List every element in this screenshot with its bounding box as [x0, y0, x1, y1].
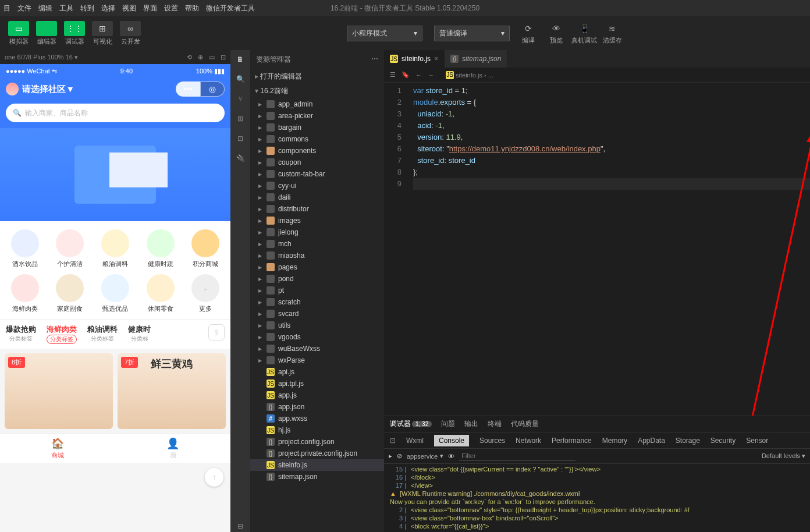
- category-tab[interactable]: 健康时分类标: [128, 324, 151, 344]
- location-selector[interactable]: 请选择社区 ▾: [22, 84, 73, 95]
- category-item[interactable]: 休闲零食: [139, 274, 182, 313]
- file-tree-item[interactable]: JSapp.js: [250, 389, 384, 401]
- bookmark-icon[interactable]: 🔖: [402, 71, 410, 79]
- inspect-icon[interactable]: ⊡: [390, 437, 396, 445]
- category-item[interactable]: 个护清洁: [49, 229, 92, 268]
- menu-item[interactable]: 视图: [122, 3, 136, 13]
- file-tree-item[interactable]: wxParse: [250, 354, 384, 366]
- toolbar-button[interactable]: 👁预览: [543, 22, 569, 45]
- search-panel-icon[interactable]: 🔍: [235, 73, 246, 85]
- category-tab[interactable]: 海鲜肉类分类标签: [47, 324, 77, 344]
- mode-select[interactable]: 小程序模式▾: [347, 26, 422, 41]
- menu-item[interactable]: 编辑: [38, 3, 52, 13]
- toolbar-button[interactable]: ⋮⋮调试器: [62, 21, 87, 46]
- file-tree-item[interactable]: distributor: [250, 203, 384, 215]
- product-card[interactable]: 7折鲜三黄鸡: [118, 353, 226, 429]
- sim-refresh-icon[interactable]: ⟲: [187, 54, 192, 61]
- file-tree-item[interactable]: JSapi.js: [250, 366, 384, 378]
- menu-item[interactable]: 转到: [80, 3, 94, 13]
- devtools-subtab[interactable]: Security: [710, 437, 736, 445]
- code-editor[interactable]: 123456789 var store_id = 1; module.expor…: [384, 83, 810, 416]
- file-tree-item[interactable]: custom-tab-bar: [250, 168, 384, 180]
- menu-item[interactable]: 帮助: [185, 3, 199, 13]
- menu-item[interactable]: 工具: [59, 3, 73, 13]
- outline-icon[interactable]: ☰: [390, 71, 396, 79]
- category-tab[interactable]: 粮油调料分类标签: [87, 324, 118, 344]
- devtools-tab[interactable]: 代码质量: [511, 419, 539, 429]
- file-tree-item[interactable]: svcard: [250, 308, 384, 320]
- context-selector[interactable]: appservice ▾: [407, 452, 443, 460]
- nav-item[interactable]: 👤我: [115, 434, 230, 463]
- menu-item[interactable]: 微信开发者工具: [206, 3, 255, 13]
- file-tree-item[interactable]: JSapi.tpl.js: [250, 378, 384, 389]
- toolbar-button[interactable]: ▭模拟器: [6, 21, 31, 46]
- banner[interactable]: [0, 128, 230, 221]
- devtools-tab[interactable]: 输出: [464, 419, 478, 429]
- file-tree-item[interactable]: miaosha: [250, 250, 384, 261]
- category-tab[interactable]: 爆款抢购分类标签: [6, 324, 36, 344]
- share-icon[interactable]: ⇪: [208, 324, 225, 341]
- collapse-icon[interactable]: ⊟: [235, 520, 246, 532]
- explorer-icon[interactable]: 🗎: [235, 54, 246, 65]
- devtools-subtab[interactable]: Console: [434, 435, 469, 446]
- file-tree-item[interactable]: {}project.config.json: [250, 436, 384, 448]
- category-item[interactable]: 海鲜肉类: [3, 274, 47, 313]
- toolbar-button[interactable]: ≋清缓存: [599, 22, 625, 45]
- file-tree-item[interactable]: mch: [250, 238, 384, 250]
- menu-item[interactable]: 选择: [101, 3, 115, 13]
- devtools-tab[interactable]: 终端: [488, 419, 502, 429]
- file-tree-item[interactable]: daili: [250, 191, 384, 203]
- file-tree-item[interactable]: images: [250, 215, 384, 226]
- category-item[interactable]: ⌄更多: [184, 274, 227, 313]
- toolbar-button[interactable]: 编辑器: [34, 21, 59, 46]
- devtools-subtab[interactable]: Performance: [552, 437, 592, 445]
- eye-icon[interactable]: 👁: [448, 453, 454, 460]
- file-tree-item[interactable]: JSsiteinfo.js: [250, 459, 384, 471]
- sim-more-icon[interactable]: ⊡: [221, 54, 226, 61]
- file-tree-item[interactable]: area-picker: [250, 110, 384, 122]
- file-tree-item[interactable]: coupon: [250, 157, 384, 168]
- back-to-top-icon[interactable]: ↑: [205, 468, 223, 487]
- devtools-subtab[interactable]: Storage: [676, 437, 700, 445]
- category-item[interactable]: 积分商城: [184, 229, 227, 268]
- category-item[interactable]: 健康时蔬: [139, 229, 182, 268]
- file-tree-item[interactable]: app_admin: [250, 98, 384, 110]
- editor-tab[interactable]: JSsiteinfo.js×: [384, 50, 445, 68]
- file-tree-item[interactable]: pond: [250, 273, 384, 285]
- devtools-subtab[interactable]: Wxml: [406, 437, 424, 445]
- capsule-menu-icon[interactable]: •••: [176, 81, 200, 97]
- devtools-subtab[interactable]: AppData: [638, 437, 665, 445]
- devtools-tab[interactable]: 问题: [441, 419, 455, 429]
- file-tree-item[interactable]: scratch: [250, 296, 384, 308]
- category-item[interactable]: 粮油调料: [94, 229, 137, 268]
- file-tree-item[interactable]: cyy-ui: [250, 180, 384, 191]
- back-icon[interactable]: ←: [415, 72, 422, 79]
- more-icon[interactable]: ⋯: [371, 55, 378, 65]
- toolbar-button[interactable]: 📱真机调试: [571, 22, 597, 45]
- file-tree-item[interactable]: JShj.js: [250, 424, 384, 436]
- console-filter[interactable]: [459, 451, 575, 461]
- file-tree-item[interactable]: commons: [250, 133, 384, 145]
- file-tree-item[interactable]: {}app.json: [250, 401, 384, 413]
- menu-item[interactable]: 界面: [143, 3, 157, 13]
- file-tree-item[interactable]: vgoods: [250, 331, 384, 343]
- console-output[interactable]: 15 | <view class="dot {{swiperCurrent ==…: [384, 464, 810, 532]
- file-tree-item[interactable]: pages: [250, 261, 384, 273]
- device-selector[interactable]: one 6/7/8 Plus 100% 16 ▾: [5, 54, 78, 61]
- file-tree-item[interactable]: utils: [250, 320, 384, 331]
- devtools-subtab[interactable]: Sources: [479, 437, 505, 445]
- devtools-subtab[interactable]: Memory: [602, 437, 627, 445]
- search-input[interactable]: 🔍 输入商家、商品名称: [6, 104, 225, 122]
- toolbar-button[interactable]: ∞云开发: [118, 21, 143, 46]
- forward-icon[interactable]: →: [428, 72, 434, 79]
- project-root[interactable]: 16.2前端: [250, 84, 384, 98]
- category-item[interactable]: 家庭副食: [49, 274, 92, 313]
- clear-console-icon[interactable]: ⊘: [397, 452, 402, 460]
- toolbar-button[interactable]: ⊞可视化: [90, 21, 115, 46]
- file-tree-item[interactable]: #app.wxss: [250, 413, 384, 424]
- sim-device-icon[interactable]: ▭: [209, 54, 215, 61]
- product-card[interactable]: 8折: [5, 353, 113, 429]
- file-tree-item[interactable]: jielong: [250, 226, 384, 238]
- toolbar-button[interactable]: ⟳编译: [516, 22, 541, 45]
- devtools-subtab[interactable]: Sensor: [746, 437, 768, 445]
